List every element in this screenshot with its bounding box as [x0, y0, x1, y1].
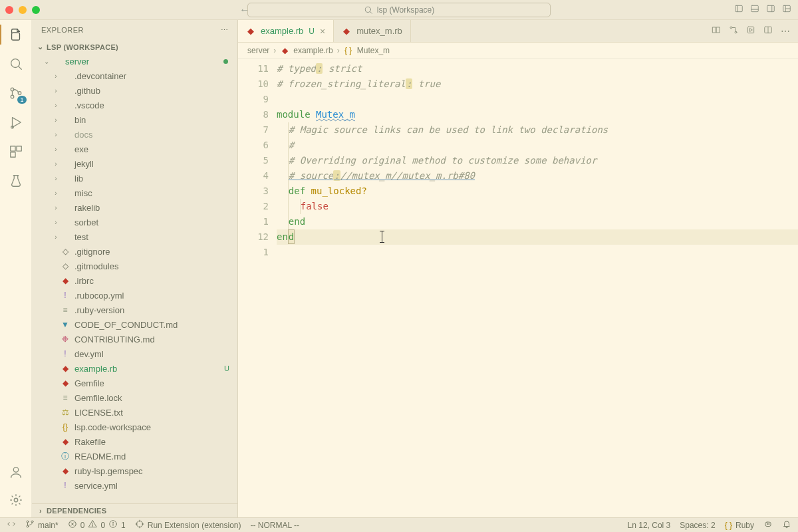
- layout-primary-icon[interactable]: [734, 4, 743, 15]
- file-tree[interactable]: ⌄server›.devcontainer›.github›.vscode›bi…: [32, 54, 237, 503]
- explorer-activity-icon[interactable]: [8, 27, 24, 43]
- breadcrumbs[interactable]: server › ◆ example.rb › { } Mutex_m: [238, 43, 798, 59]
- workspace-section-header[interactable]: ⌄ LSP (WORKSPACE): [32, 40, 237, 54]
- code-editor[interactable]: 1110987654321121 # typed: strict# frozen…: [238, 59, 798, 517]
- file-row[interactable]: ▼CODE_OF_CONDUCT.md: [32, 317, 237, 332]
- status-notifications[interactable]: [782, 519, 791, 531]
- tree-item-label: jekyll: [74, 159, 94, 169]
- tab-mutex-m-rb[interactable]: ◆ mutex_m.rb: [334, 20, 411, 42]
- diff-icon[interactable]: [729, 25, 738, 37]
- svg-rect-2: [735, 5, 743, 11]
- folder-row[interactable]: ›exe: [32, 142, 237, 156]
- search-activity-icon[interactable]: [8, 56, 24, 72]
- text-cursor: [382, 231, 382, 243]
- more-icon[interactable]: ⋯: [781, 26, 790, 37]
- folder-row[interactable]: ›docs: [32, 127, 237, 142]
- file-row[interactable]: ◆example.rbU: [32, 361, 237, 376]
- tree-item-label: server: [65, 57, 89, 66]
- status-remote[interactable]: [7, 519, 16, 531]
- zoom-window-button[interactable]: [32, 6, 40, 14]
- file-row[interactable]: ◇.gitmodules: [32, 259, 237, 273]
- layout-secondary-icon[interactable]: [766, 4, 775, 15]
- close-icon[interactable]: ×: [320, 26, 325, 37]
- dependencies-section-header[interactable]: › DEPENDENCIES: [32, 503, 237, 517]
- folder-row[interactable]: ›misc: [32, 186, 237, 200]
- file-row[interactable]: ≡.ruby-version: [32, 303, 237, 317]
- file-row[interactable]: ◆Rakefile: [32, 434, 237, 449]
- customize-layout-icon[interactable]: [782, 4, 791, 15]
- folder-row[interactable]: ›rakelib: [32, 200, 237, 215]
- testing-activity-icon[interactable]: [8, 173, 24, 189]
- error-icon: [68, 519, 77, 531]
- extensions-activity-icon[interactable]: [8, 144, 24, 160]
- line-number: 4: [238, 168, 269, 184]
- run-icon[interactable]: [746, 25, 755, 37]
- close-window-button[interactable]: [5, 6, 13, 14]
- folder-row[interactable]: ›bin: [32, 112, 237, 127]
- folder-row[interactable]: ›test: [32, 229, 237, 244]
- tree-item-label: .ruby-version: [74, 305, 124, 315]
- ruby-file-icon: ◆: [280, 46, 289, 55]
- status-indent[interactable]: Spaces: 2: [680, 521, 715, 530]
- breadcrumb-folder[interactable]: server: [247, 46, 269, 55]
- file-row[interactable]: ◆.irbrc: [32, 273, 237, 288]
- window-controls: [5, 6, 40, 14]
- svg-rect-19: [10, 146, 15, 151]
- folder-row[interactable]: ⌄server: [32, 54, 237, 68]
- status-branch[interactable]: main*: [25, 519, 59, 531]
- folder-row[interactable]: ›lib: [32, 171, 237, 186]
- editor-actions: ⋯: [704, 20, 798, 42]
- split-icon[interactable]: [763, 25, 773, 37]
- layout-panel-icon[interactable]: [750, 4, 759, 15]
- tab-example-rb[interactable]: ◆ example.rb U ×: [238, 20, 334, 42]
- folder-row[interactable]: ›.devcontainer: [32, 68, 237, 83]
- svg-line-13: [19, 66, 21, 69]
- minimize-window-button[interactable]: [19, 6, 27, 14]
- folder-row[interactable]: ›sorbet: [32, 215, 237, 229]
- file-row[interactable]: ⓘREADME.md: [32, 449, 237, 464]
- status-problems[interactable]: 0 0 1: [68, 519, 126, 531]
- line-number: 11: [238, 61, 269, 76]
- code-line: false: [277, 199, 798, 214]
- language-label: Ruby: [735, 521, 754, 530]
- scm-badge: 1: [17, 96, 26, 104]
- tree-item-label: .github: [74, 86, 100, 96]
- file-row[interactable]: ◇.gitignore: [32, 244, 237, 259]
- symbol-module-icon: { }: [344, 46, 353, 55]
- breadcrumb-symbol[interactable]: Mutex_m: [357, 46, 390, 55]
- file-row[interactable]: !.rubocop.yml: [32, 288, 237, 303]
- command-center[interactable]: lsp (Workspace): [247, 3, 551, 17]
- status-debug-target[interactable]: Run Extension (extension): [135, 519, 241, 531]
- file-row[interactable]: {}lsp.code-workspace: [32, 420, 237, 434]
- breadcrumb-file[interactable]: example.rb: [293, 46, 332, 55]
- file-row[interactable]: !service.yml: [32, 478, 237, 493]
- ruby-file-icon: ◆: [60, 276, 70, 285]
- status-language[interactable]: { }Ruby: [725, 521, 754, 530]
- compare-icon[interactable]: [712, 25, 721, 37]
- tree-item-label: .vscode: [74, 100, 104, 110]
- sidebar-more-icon[interactable]: ⋯: [221, 26, 229, 35]
- accounts-activity-icon[interactable]: [8, 464, 24, 480]
- tree-item-label: lsp.code-workspace: [74, 422, 151, 432]
- status-cursor-pos[interactable]: Ln 12, Col 3: [628, 521, 671, 530]
- svg-rect-21: [10, 152, 15, 157]
- tab-label: example.rb: [261, 26, 303, 36]
- file-row[interactable]: ◆ruby-lsp.gemspec: [32, 464, 237, 478]
- folder-row[interactable]: ›jekyll: [32, 156, 237, 171]
- settings-activity-icon[interactable]: [8, 492, 24, 508]
- folder-row[interactable]: ›.github: [32, 83, 237, 98]
- file-row[interactable]: !dev.yml: [32, 346, 237, 361]
- code-content[interactable]: # typed: strict# frozen_string_literal: …: [277, 59, 798, 517]
- tree-item-label: example.rb: [74, 364, 117, 374]
- file-row[interactable]: ◆Gemfile: [32, 376, 237, 390]
- file-row[interactable]: ⚖LICENSE.txt: [32, 405, 237, 420]
- info-icon: [108, 519, 118, 531]
- folder-row[interactable]: ›.vscode: [32, 98, 237, 112]
- scm-activity-icon[interactable]: 1: [8, 85, 24, 101]
- file-row[interactable]: ≡Gemfile.lock: [32, 390, 237, 405]
- file-row[interactable]: ❉CONTRIBUTING.md: [32, 332, 237, 346]
- git-file-icon: ◇: [60, 261, 70, 271]
- modified-indicator-icon: [223, 59, 228, 64]
- run-debug-activity-icon[interactable]: [8, 114, 24, 130]
- status-copilot[interactable]: [763, 519, 773, 531]
